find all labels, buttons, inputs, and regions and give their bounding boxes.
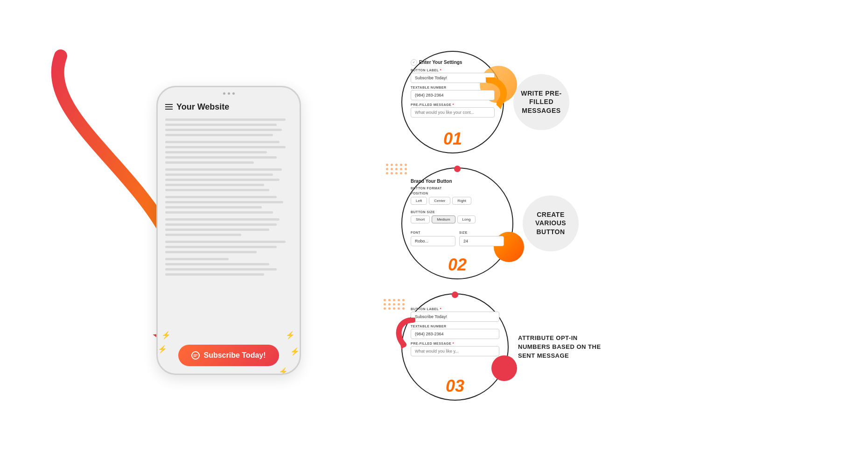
- size-long-btn[interactable]: Long: [457, 215, 476, 223]
- subscribe-button[interactable]: Subscribe Today!: [178, 345, 279, 366]
- step3-prefilled-input[interactable]: [411, 346, 499, 356]
- step2-font-row: FONT SIZE: [411, 231, 504, 246]
- prefilled-message-label: PRE-FILLED MESSAGE *: [411, 103, 495, 106]
- size-btn-group: Short Medium Long: [411, 215, 504, 223]
- step2-size-col: SIZE: [459, 231, 504, 246]
- main-container: Your Website: [0, 0, 868, 451]
- step-3-item: BUTTON LABEL * TEXTABLE NUMBER: [401, 293, 831, 401]
- button-label-input[interactable]: [411, 73, 495, 83]
- chat-icon: [191, 351, 200, 360]
- position-right-btn[interactable]: Right: [452, 197, 471, 205]
- hamburger-icon: [165, 104, 173, 110]
- left-section: Your Website: [19, 0, 383, 451]
- step-3-circle: BUTTON LABEL * TEXTABLE NUMBER: [401, 293, 509, 401]
- size-short-btn[interactable]: Short: [411, 215, 430, 223]
- step-2-circle: Brand Your Button BUTTON FORMAT POSITION…: [401, 167, 513, 279]
- step2-position-group: POSITION Left Center Right: [411, 192, 504, 208]
- check-icon: [411, 59, 417, 66]
- phone-button-area: ⚡ ⚡ ⚡ ⚡ ⚡ Subscribe Today!: [158, 340, 300, 374]
- position-center-btn[interactable]: Center: [429, 197, 450, 205]
- step3-textable-group: TEXTABLE NUMBER: [411, 325, 499, 339]
- bolt-icon: ⚡: [286, 331, 295, 340]
- step1-prefilled-group: PRE-FILLED MESSAGE *: [411, 103, 495, 118]
- font-input[interactable]: [411, 236, 455, 246]
- step2-dot: [454, 166, 461, 172]
- step3-textable-number-input[interactable]: [411, 329, 499, 339]
- step3-button-label-label: BUTTON LABEL *: [411, 307, 499, 311]
- step3-textable-number-label: TEXTABLE NUMBER: [411, 325, 499, 328]
- step2-format-group: BUTTON FORMAT: [411, 187, 504, 192]
- svg-point-1: [192, 352, 199, 359]
- bolt-icon: ⚡: [161, 331, 171, 340]
- prefilled-message-input[interactable]: [411, 107, 495, 118]
- step3-button-label-input[interactable]: [411, 312, 499, 322]
- step-1-circle: Enter Your Settings BUTTON LABEL * TE: [401, 51, 504, 153]
- position-left-btn[interactable]: Left: [411, 197, 427, 205]
- step3-button-label-group: BUTTON LABEL *: [411, 307, 499, 322]
- step3-dots-decoration: [384, 299, 405, 310]
- phone-mockup: Your Website: [156, 86, 301, 375]
- step-2-item: Brand Your Button BUTTON FORMAT POSITION…: [401, 167, 831, 279]
- step1-label-circle: WRITE PRE-FILLED MESSAGES: [513, 74, 569, 130]
- phone-header: Your Website: [158, 97, 300, 117]
- step2-label-circle: CREATE VARIOUS BUTTON: [523, 195, 579, 251]
- step3-prefilled-group: PRE-FILLED MESSAGE *: [411, 342, 499, 356]
- step3-dot: [452, 291, 458, 298]
- step2-label-box: CREATE VARIOUS BUTTON: [523, 195, 607, 251]
- step-1-item: Enter Your Settings BUTTON LABEL * TE: [401, 51, 831, 153]
- step1-label-box: WRITE PRE-FILLED MESSAGES: [513, 74, 597, 130]
- step2-header: Brand Your Button: [411, 179, 504, 184]
- phone-title: Your Website: [176, 102, 229, 112]
- textable-number-label: TEXTABLE NUMBER: [411, 86, 495, 89]
- bolt-icon: ⚡: [279, 367, 288, 375]
- bolt-icon: ⚡: [290, 347, 300, 356]
- step3-prefilled-label: PRE-FILLED MESSAGE *: [411, 342, 499, 345]
- step2-size-group: BUTTON SIZE Short Medium Long: [411, 210, 504, 226]
- step1-button-label-group: BUTTON LABEL *: [411, 69, 495, 83]
- step1-textable-group: TEXTABLE NUMBER: [411, 86, 495, 100]
- right-section: Enter Your Settings BUTTON LABEL * TE: [383, 0, 849, 451]
- phone-content: [158, 117, 300, 340]
- step3-arrow-decoration: [392, 318, 415, 352]
- position-btn-group: Left Center Right: [411, 197, 504, 205]
- step2-font-col: FONT: [411, 231, 455, 246]
- steps-column: Enter Your Settings BUTTON LABEL * TE: [401, 51, 831, 401]
- step1-arrow-decoration: [486, 77, 511, 112]
- size-medium-btn[interactable]: Medium: [432, 215, 455, 223]
- step3-label-box: ATTRIBUTE OPT-IN NUMBERS BASED ON THE SE…: [518, 333, 602, 360]
- size-input[interactable]: [459, 236, 504, 246]
- step1-header: Enter Your Settings: [411, 59, 495, 66]
- step3-pink-circle: [491, 355, 517, 381]
- bolt-icon: ⚡: [158, 345, 167, 354]
- dots-decoration: [386, 164, 407, 174]
- button-label-label: BUTTON LABEL *: [411, 69, 495, 72]
- textable-number-input[interactable]: [411, 90, 495, 100]
